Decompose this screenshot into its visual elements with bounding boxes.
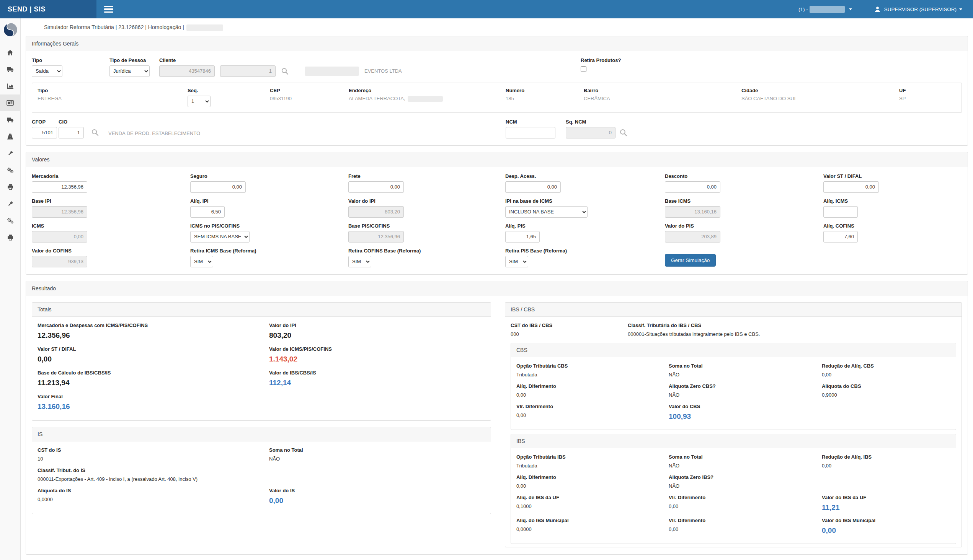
sidebar-item-tools-2[interactable]	[0, 195, 21, 212]
total-valor-st-difal: Valor ST / DIFAL 0,00	[37, 346, 269, 363]
sidebar-item-print-1[interactable]	[0, 178, 21, 195]
field-aliq-ipi: Alíq. IPI	[190, 198, 348, 218]
valor-cofins-input[interactable]	[32, 256, 87, 267]
field-desconto: Desconto	[665, 173, 823, 193]
cbs-reducao: Redução de Alíq. CBS0,00	[822, 363, 950, 378]
valor-st-difal-input[interactable]	[823, 181, 879, 193]
retira-icms-select[interactable]: SIM	[190, 256, 213, 267]
sidebar-item-settings-1[interactable]	[0, 162, 21, 178]
panel-valores: Valores Mercadoria Seguro Frete Desp. Ac…	[26, 152, 968, 275]
total-valor-final: Valor Final 13.160,16	[37, 393, 269, 411]
field-retira-cofins: Retira COFINS Base (Reforma)SIM	[348, 248, 505, 267]
panel-title: Informações Gerais	[26, 36, 968, 51]
sidebar-item-print-2[interactable]	[0, 229, 21, 246]
panel-cbs: CBS Opção Tributária CBSTributada Soma n…	[511, 343, 956, 430]
aliq-pis-input[interactable]	[505, 231, 540, 243]
user-menu[interactable]: SUPERVISOR (SUPERVISOR)	[874, 6, 962, 13]
aliq-cofins-input[interactable]	[823, 231, 858, 243]
panel-informacoes-gerais: Informações Gerais Tipo Saída Tipo de Pe…	[26, 36, 968, 146]
ibs-reducao: Redução de Alíq. IBS0,00	[822, 454, 950, 468]
retira-produtos-checkbox[interactable]	[581, 66, 587, 72]
panel-title: Resultado	[26, 281, 968, 296]
tipo-pessoa-select[interactable]: Jurídica	[109, 65, 150, 77]
ibs-vlr-diferimento-municipal: Vlr. Diferimento0,00	[669, 518, 822, 535]
sidebar-item-home[interactable]	[0, 44, 21, 61]
is-soma-no-total: Soma no Total NÃO	[269, 447, 485, 462]
desconto-input[interactable]	[665, 181, 721, 193]
field-retira-pis: Retira PIS Base (Reforma)SIM	[505, 248, 665, 267]
cfop-input[interactable]	[32, 127, 57, 138]
field-base-icms: Base ICMS	[665, 198, 823, 218]
field-valor-pis: Valor do PIS	[665, 223, 823, 243]
panel-ibs: IBS Opção Tributária IBSTributada Soma n…	[511, 434, 956, 544]
cfop-search-button[interactable]	[91, 128, 99, 136]
retira-cofins-select[interactable]: SIM	[348, 256, 371, 267]
base-icms-input[interactable]	[665, 206, 721, 218]
endereco-box: Tipo ENTREGA Seq. 1 CEP 09531190 Ender	[32, 83, 962, 113]
chevron-down-icon	[959, 8, 962, 10]
field-seguro: Seguro	[190, 173, 348, 193]
base-pis-cofins-input[interactable]	[348, 231, 404, 243]
sidebar-item-invoices[interactable]	[0, 95, 21, 111]
total-mercadoria-despesas: Mercadoria e Despesas com ICMS/PIS/COFIN…	[37, 322, 269, 340]
field-endereco-tipo: Tipo ENTREGA	[37, 88, 187, 102]
truck-icon	[7, 67, 14, 72]
ibs-vlr-diferimento-uf: Vlr. Diferimento0,00	[669, 495, 822, 512]
redacted-company-name	[809, 6, 845, 13]
top-navbar: SEND | SIS (1) - SUPERVISOR (SUPERVISOR)	[0, 0, 973, 18]
cbs-aliquota: Alíquota do CBS0,9000	[822, 383, 950, 398]
cbs-vlr-diferimento: Vlr. Diferimento0,00	[517, 403, 669, 421]
send-logo-icon	[2, 22, 18, 38]
icms-input[interactable]	[32, 231, 87, 243]
sidebar-item-settings-2[interactable]	[0, 212, 21, 229]
ncm-input[interactable]	[506, 127, 555, 138]
icms-pis-cofins-select[interactable]: SEM ICMS NA BASE	[190, 231, 249, 243]
sidebar-item-road[interactable]	[0, 128, 21, 145]
alerts-dropdown[interactable]: (1) -	[799, 6, 852, 13]
app-logo[interactable]	[2, 18, 18, 44]
cliente-codigo-input[interactable]	[159, 65, 215, 77]
valor-ipi-input[interactable]	[348, 206, 404, 218]
tipo-select[interactable]: Saída	[32, 65, 62, 77]
gerar-simulacao-button[interactable]: Gerar Simulação	[665, 254, 716, 267]
search-icon	[281, 67, 289, 75]
field-retira-produtos: Retira Produtos?	[581, 57, 962, 73]
cbs-aliquota-zero: Alíquota Zero CBS?NÃO	[669, 383, 822, 398]
ncm-search-button[interactable]	[619, 128, 627, 137]
endereco-seq-select[interactable]: 1	[187, 96, 211, 107]
cbs-soma: Soma no TotalNÃO	[669, 363, 822, 378]
main-content: Simulador Reforma Tributária | 23.126862…	[21, 18, 973, 560]
cliente-search-button[interactable]	[281, 67, 289, 75]
cliente-nome: EVENTOS LTDA	[364, 68, 402, 74]
field-tipo: Tipo Saída	[32, 57, 109, 77]
seguro-input[interactable]	[190, 181, 246, 193]
base-ipi-input[interactable]	[32, 206, 87, 218]
sidebar-item-tools-1[interactable]	[0, 145, 21, 162]
field-base-ipi: Base IPI	[32, 198, 190, 218]
sidebar-item-truck-2[interactable]	[0, 111, 21, 128]
field-tipo-pessoa: Tipo de Pessoa Jurídica	[109, 57, 159, 77]
frete-input[interactable]	[348, 181, 404, 193]
invoice-icon	[7, 100, 14, 106]
ibs-cbs-cst: CST do IBS / CBS 000	[511, 322, 628, 337]
wrench-icon	[7, 150, 13, 157]
valor-pis-input[interactable]	[665, 231, 721, 243]
retira-pis-select[interactable]: SIM	[505, 256, 528, 267]
is-classificacao: Classif. Tribut. do IS 000011-Exportaçõe…	[37, 467, 485, 482]
aliq-ipi-input[interactable]	[190, 206, 225, 218]
field-endereco-bairro: Bairro CERÂMICA	[584, 88, 741, 102]
aliq-icms-input[interactable]	[823, 206, 858, 218]
ipi-base-icms-select[interactable]: INCLUSO NA BASE	[505, 206, 588, 218]
sidebar-item-charts[interactable]	[0, 78, 21, 95]
cliente-loja-input[interactable]	[220, 65, 276, 77]
redacted-endereco	[408, 96, 443, 102]
cio-input[interactable]	[59, 127, 84, 138]
sidebar-item-truck-1[interactable]	[0, 61, 21, 78]
hamburger-icon	[104, 6, 113, 7]
mercadoria-input[interactable]	[32, 181, 87, 193]
menu-toggle-button[interactable]	[104, 3, 119, 16]
desp-acess-input[interactable]	[505, 181, 561, 193]
sq-ncm-input[interactable]	[566, 127, 615, 138]
ibs-opcao: Opção Tributária IBSTributada	[517, 454, 669, 468]
field-aliq-cofins: Alíq. COFINS	[823, 223, 962, 243]
